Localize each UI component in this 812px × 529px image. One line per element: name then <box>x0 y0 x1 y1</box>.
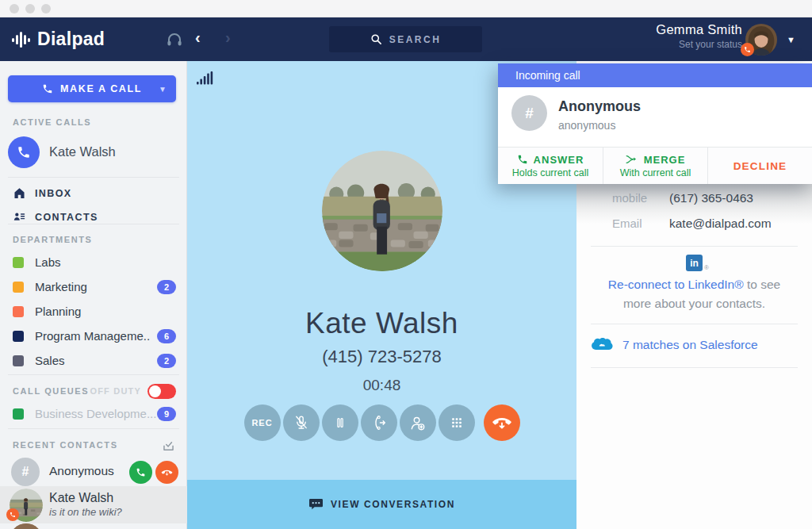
department-badge: 2 <box>157 280 176 294</box>
recent-contact-name: Anonymous <box>49 464 114 478</box>
user-on-call-badge <box>741 43 754 56</box>
queue-badge: 9 <box>157 407 176 421</box>
linkedin-icon[interactable]: in <box>686 255 703 271</box>
search-placeholder: SEARCH <box>389 34 442 45</box>
call-timer: 00:48 <box>187 377 576 394</box>
department-badge: 2 <box>157 354 176 368</box>
answer-button[interactable]: ANSWER Holds current call <box>498 148 603 184</box>
merge-sublabel: With current call <box>620 167 691 178</box>
off-duty-toggle[interactable] <box>147 384 176 399</box>
make-a-call-label: MAKE A CALL <box>60 83 142 94</box>
salesforce-matches-text: 7 matches on Salesforce <box>622 338 758 352</box>
forward-arrow-icon[interactable]: › <box>225 28 231 47</box>
incoming-call-actions: ANSWER Holds current call MERGE With cur… <box>498 147 812 184</box>
logo-text: Dialpad <box>37 29 105 50</box>
sidebar-item-marketing[interactable]: Marketing 2 <box>0 275 187 300</box>
active-call-name: Kate Walsh <box>49 144 116 159</box>
keypad-icon <box>449 415 465 431</box>
sidebar-item-labs[interactable]: Labs <box>0 251 187 275</box>
call-controls: REC <box>187 404 576 441</box>
sidebar-item-contacts[interactable]: CONTACTS <box>0 205 187 229</box>
department-label: Marketing <box>35 280 87 293</box>
sidebar-item-program-management[interactable]: Program Manageme.. 6 <box>0 324 187 349</box>
toggle-knob <box>149 385 161 397</box>
decline-button[interactable]: DECLINE <box>708 148 812 184</box>
sidebar-item-business-development[interactable]: Business Developme... 9 <box>0 402 187 427</box>
search-input[interactable]: SEARCH <box>329 26 482 52</box>
back-arrow-icon[interactable]: ‹ <box>195 28 201 47</box>
dialpad-logo-icon <box>11 29 32 50</box>
recent-contact-anonymous[interactable]: # Anonymous <box>0 458 187 486</box>
recent-contact-subtitle: is it on the wiki? <box>49 506 122 518</box>
department-label: Planning <box>35 305 81 318</box>
linkedin-prompt-line2: more about your contacts. <box>576 297 812 311</box>
department-color-swatch <box>13 306 24 317</box>
salesforce-cloud-icon <box>591 335 613 354</box>
pause-icon <box>332 415 348 431</box>
make-a-call-button[interactable]: MAKE A CALL ▼ <box>8 75 176 102</box>
dialpad-logo: Dialpad <box>11 29 105 50</box>
incoming-caller-avatar: # <box>511 95 547 131</box>
view-conversation-label: VIEW CONVERSATION <box>331 499 455 510</box>
answer-call-button[interactable] <box>129 461 152 484</box>
active-calls-header: ACTIVE CALLS <box>13 117 91 127</box>
contacts-label: CONTACTS <box>35 212 98 223</box>
recent-contacts-header: RECENT CONTACTS <box>13 440 118 450</box>
partial-contact-avatar[interactable] <box>10 523 43 529</box>
sidebar-item-sales[interactable]: Sales 2 <box>0 349 187 374</box>
headset-icon[interactable] <box>165 30 184 49</box>
user-name: Gemma Smith <box>656 22 742 37</box>
linkedin-registered-mark: ® <box>704 264 709 271</box>
caller-photo <box>322 151 442 271</box>
on-call-badge <box>6 508 19 521</box>
window-close-button[interactable] <box>10 4 19 13</box>
department-label: Sales <box>35 354 65 367</box>
merge-label: MERGE <box>644 154 686 166</box>
clear-missed-calls-icon[interactable] <box>161 439 176 454</box>
field-value: (617) 365-0463 <box>669 191 753 205</box>
user-menu[interactable]: Gemma Smith Set your status <box>656 22 742 50</box>
linkedin-reconnect-link[interactable]: Re-connect to LinkedIn® <box>608 278 744 291</box>
keypad-button[interactable] <box>439 404 475 441</box>
window-minimize-button[interactable] <box>25 4 35 13</box>
transfer-button[interactable] <box>361 404 397 441</box>
department-label: Labs <box>35 255 61 269</box>
search-icon <box>370 33 382 45</box>
hold-button[interactable] <box>322 404 358 441</box>
incoming-caller-name: Anonymous <box>558 98 641 115</box>
answer-label: ANSWER <box>534 154 584 166</box>
recent-contact-name: Kate Walsh <box>49 491 122 505</box>
record-button[interactable]: REC <box>244 404 281 441</box>
make-a-call-caret-icon[interactable]: ▼ <box>159 85 167 94</box>
top-navbar: Dialpad ‹ › SEARCH Gemma Smith Set your … <box>0 17 812 61</box>
decline-call-button[interactable] <box>155 461 178 484</box>
mute-button[interactable] <box>283 404 320 441</box>
department-color-swatch <box>13 355 24 366</box>
recent-contacts-row: RECENT CONTACTS <box>0 439 187 454</box>
salesforce-matches-row[interactable]: 7 matches on Salesforce <box>576 335 812 358</box>
caller-number: (415) 723-5278 <box>187 347 576 367</box>
view-conversation-button[interactable]: VIEW CONVERSATION <box>187 480 576 529</box>
add-caller-button[interactable] <box>400 404 436 441</box>
caller-name: Kate Walsh <box>187 307 576 340</box>
sidebar-item-inbox[interactable]: INBOX <box>0 182 187 205</box>
answer-sublabel: Holds current call <box>512 167 589 178</box>
active-call-row[interactable]: Kate Walsh <box>0 132 187 172</box>
departments-header: DEPARTMENTS <box>13 235 93 244</box>
user-status[interactable]: Set your status <box>656 39 742 50</box>
user-menu-caret-icon[interactable]: ▼ <box>787 35 795 44</box>
window-titlebar <box>0 0 812 17</box>
merge-button[interactable]: MERGE With current call <box>603 148 708 184</box>
anonymous-avatar: # <box>11 458 40 486</box>
recent-contact-kate-walsh[interactable]: Kate Walsh is it on the wiki? <box>0 486 187 523</box>
hang-up-button[interactable] <box>484 404 520 441</box>
field-value: kate@dialpad.com <box>669 217 772 231</box>
active-call-phone-icon <box>8 136 40 168</box>
linkedin-prompt-line1: Re-connect to LinkedIn® to see <box>576 278 812 292</box>
dialpad-app-window: Dialpad ‹ › SEARCH Gemma Smith Set your … <box>0 0 812 529</box>
call-queues-header: CALL QUEUES <box>13 386 89 396</box>
window-zoom-button[interactable] <box>41 4 51 13</box>
merge-calls-icon <box>626 154 638 165</box>
sidebar-item-planning[interactable]: Planning <box>0 300 187 324</box>
incoming-call-header: Incoming call <box>498 63 812 87</box>
